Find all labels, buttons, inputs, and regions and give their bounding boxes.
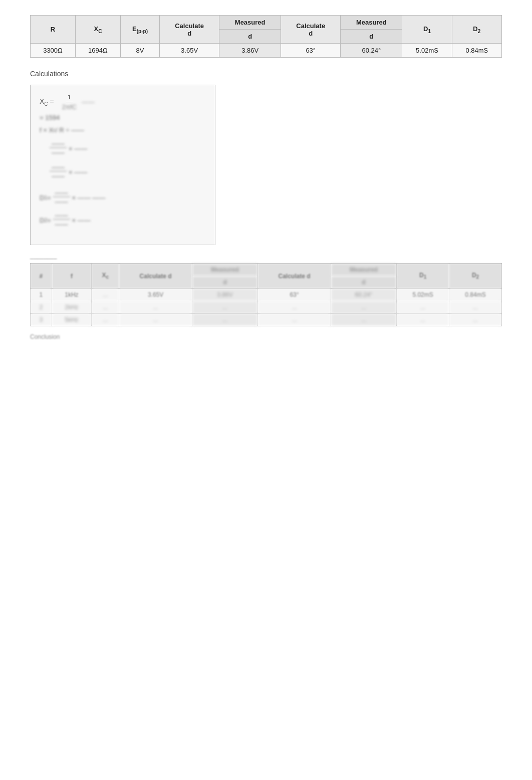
col2-D2: D2 (449, 264, 502, 289)
col2-f: f (52, 264, 92, 289)
cell2-measd2-1: 60.24° (331, 289, 396, 301)
cell2-xc-2: ... (92, 301, 119, 314)
cell2-f-1: 1kHz (52, 289, 92, 301)
calculations-label: Calculations (30, 70, 502, 78)
cell2-measd2-2: ... (331, 301, 396, 314)
col-measured2-sub: d (341, 30, 402, 44)
col-measured2-header: Measured (341, 16, 402, 30)
table-row: 3300Ω 1694Ω 8V 3.65V 3.86V 63° 60.24° 5.… (31, 44, 502, 58)
col2-D1: D1 (397, 264, 449, 289)
cell2-measd2-3: ... (331, 314, 396, 326)
second-table-row-2: 2 2kHz ... ... ... ... ... ... ... (31, 301, 502, 314)
col-D2-header: D2 (452, 16, 501, 44)
cell2-D2-3: ... (449, 314, 502, 326)
calc-line-5: D1 = —— —— × —— —— (40, 189, 206, 207)
col-calc-d2-header: Calculated (281, 16, 341, 44)
second-table-row-3: 3 5kHz ... ... ... ... ... ... ... (31, 314, 502, 326)
bottom-label: Conclusion (30, 333, 502, 340)
calculations-box: XC = 1 2πfC —— = 1594 f × Xc / R ÷ —— ——… (30, 85, 215, 245)
second-header-row-1: # f Xc Calculate d Measured Calculate d … (31, 264, 502, 276)
col2-meas2-sub: d (331, 276, 396, 289)
col-Epp-header: E(p-p) (120, 16, 159, 44)
col2-calc-d1-top: Calculate d (119, 264, 192, 289)
cell-calc-d2: 63° (281, 44, 341, 58)
col-measured1-header: Measured (219, 16, 281, 30)
cell2-D2-2: ... (449, 301, 502, 314)
col-XC-header: XC (75, 16, 120, 44)
fraction-denominator: 2πfC (60, 102, 79, 111)
cell2-calcd1-1: 3.65V (119, 289, 192, 301)
cell2-D1-3: ... (397, 314, 449, 326)
cell-calc-d1: 3.65V (160, 44, 219, 58)
cell2-xc-3: ... (92, 314, 119, 326)
cell2-measd1-1: 3.86V (192, 289, 257, 301)
cell-D2: 0.84mS (452, 44, 501, 58)
xc-result: —— (82, 98, 95, 106)
cell-Epp: 8V (120, 44, 159, 58)
xc-equation: XC = 1 2πfC —— (40, 93, 206, 111)
cell-meas-d2: 60.24° (341, 44, 402, 58)
cell2-measd1-3: ... (192, 314, 257, 326)
col-measured1-sub: d (219, 30, 281, 44)
calc-line-6: D2 = —— —— × —— (40, 212, 206, 229)
cell2-measd1-2: ... (192, 301, 257, 314)
cell2-D2-1: 0.84mS (449, 289, 502, 301)
cell-XC: 1694Ω (75, 44, 120, 58)
header-row-1: R XC E(p-p) Calculated Measured Calculat… (31, 16, 502, 30)
col-D1-header: D1 (402, 16, 452, 44)
cell2-num-3: 3 (31, 314, 52, 326)
calc-line-4: —— —— × —— (50, 163, 206, 181)
cell2-num-2: 2 (31, 301, 52, 314)
calc-line-1: = 1594 (40, 114, 206, 121)
cell2-D1-2: ... (397, 301, 449, 314)
cell2-xc-1: ... (92, 289, 119, 301)
col2-meas1-sub: d (192, 276, 257, 289)
col2-num: # (31, 264, 52, 289)
cell2-calcd2-2: ... (258, 301, 331, 314)
second-table: # f Xc Calculate d Measured Calculate d … (30, 263, 502, 326)
col-R-header: R (31, 16, 76, 44)
calc-line-3: —— —— × —— (50, 140, 206, 157)
cell2-D1-1: 5.02mS (397, 289, 449, 301)
cell2-calcd1-2: ... (119, 301, 192, 314)
second-table-row-1: 1 1kHz ... 3.65V 3.86V 63° 60.24° 5.02mS… (31, 289, 502, 301)
xc-label: XC = (40, 97, 54, 107)
col2-calc-d2-top: Calculate d (258, 264, 331, 289)
cell2-calcd1-3: ... (119, 314, 192, 326)
col2-xc: Xc (92, 264, 119, 289)
col2-meas1-top: Measured (192, 264, 257, 276)
cell2-calcd2-1: 63° (258, 289, 331, 301)
cell2-num-1: 1 (31, 289, 52, 301)
cell-D1: 5.02mS (402, 44, 452, 58)
cell2-f-2: 2kHz (52, 301, 92, 314)
main-table: R XC E(p-p) Calculated Measured Calculat… (30, 15, 502, 58)
cell2-calcd2-3: ... (258, 314, 331, 326)
calc-line-2: f × Xc / R ÷ —— (40, 126, 206, 134)
cell-meas-d1: 3.86V (219, 44, 281, 58)
col2-meas2-top: Measured (331, 264, 396, 276)
xc-fraction: 1 2πfC (60, 93, 79, 111)
small-label: ________ (30, 252, 502, 259)
col-calc-d-header: Calculated (160, 16, 219, 44)
fraction-numerator: 1 (66, 93, 73, 102)
cell2-f-3: 5kHz (52, 314, 92, 326)
cell-R: 3300Ω (31, 44, 76, 58)
